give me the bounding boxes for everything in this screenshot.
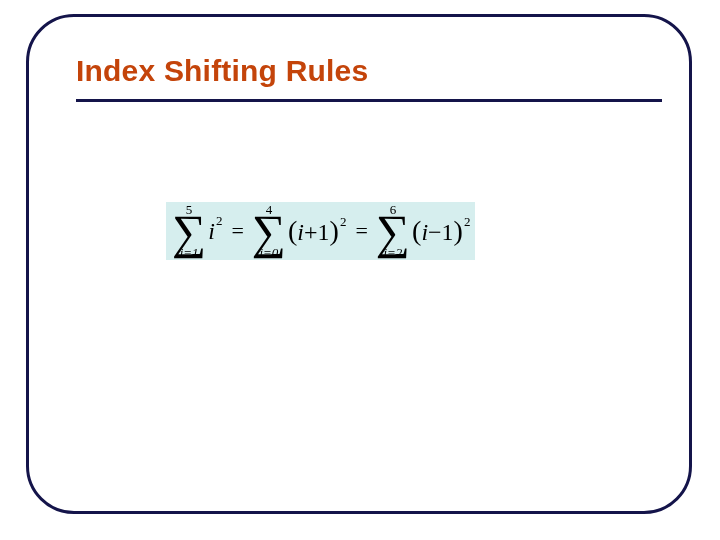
sum-3-rparen: ): [454, 215, 463, 246]
sum-1: 5 ∑ i=1: [172, 203, 206, 259]
sum-2: 4 ∑ i=0: [252, 203, 286, 259]
sum-2-term: (i+1)2: [288, 215, 345, 247]
sum-3-lparen: (: [412, 215, 421, 246]
sum-2-op: +: [304, 219, 318, 245]
sum-3-term: (i−1)2: [412, 215, 469, 247]
sum-2-num: 1: [318, 219, 330, 245]
formula: 5 ∑ i=1 i2 = 4 ∑ i=0 (i+1)2 = 6 ∑ i=2 (i…: [166, 202, 475, 260]
equals-1: =: [231, 218, 243, 244]
equals-2: =: [355, 218, 367, 244]
sum-1-term: i2: [208, 218, 221, 245]
sum-3-num: 1: [442, 219, 454, 245]
sum-2-exp: 2: [340, 214, 347, 229]
title-underline: [76, 99, 662, 102]
sum-3-op: −: [428, 219, 442, 245]
sum-2-lparen: (: [288, 215, 297, 246]
sum-1-base: i: [208, 218, 215, 244]
sum-3-exp: 2: [464, 214, 471, 229]
slide-title: Index Shifting Rules: [76, 54, 368, 88]
sum-2-rparen: ): [330, 215, 339, 246]
sum-3: 6 ∑ i=2: [376, 203, 410, 259]
sum-1-exp: 2: [216, 213, 223, 228]
slide-frame: [26, 14, 692, 514]
